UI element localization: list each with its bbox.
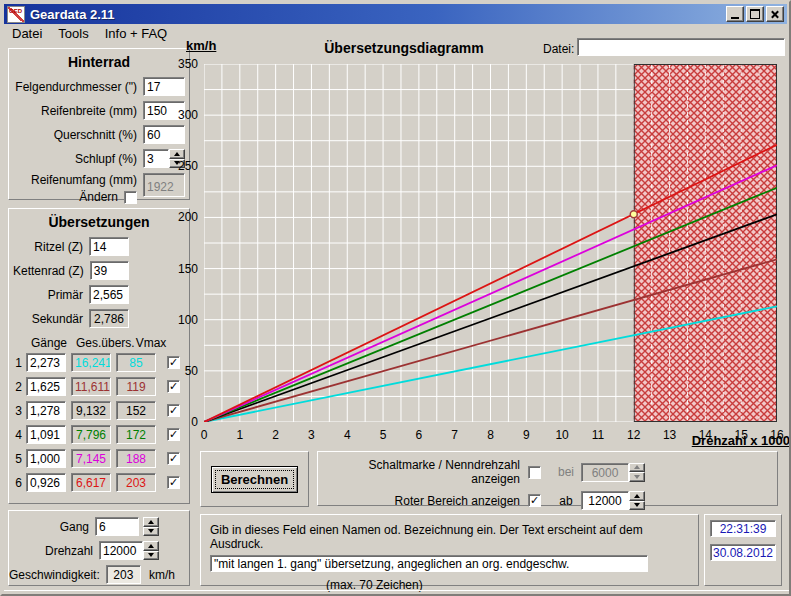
description-input[interactable]: "mit langen 1. gang" übersetzung, angegl… xyxy=(210,555,648,572)
querschnitt-label: Querschnitt (%) xyxy=(54,128,137,142)
gear-table-header: Gänge Ges.übers. Vmax xyxy=(13,336,185,350)
gear5-checkbox[interactable]: ✓ xyxy=(167,452,180,465)
gear2-vmax: 119 xyxy=(116,377,156,396)
description-panel: Gib in dieses Feld einen Namen od. Bezei… xyxy=(200,514,699,586)
x-tick-label: 5 xyxy=(371,428,395,442)
ritzel-input[interactable]: 14 xyxy=(89,237,129,256)
datei-input[interactable] xyxy=(577,38,785,56)
gear6-ratio-input[interactable]: 0,926 xyxy=(26,473,66,492)
kettenrad-input[interactable]: 39 xyxy=(90,261,129,280)
hinterrad-title: Hinterrad xyxy=(13,54,185,70)
gear-number: 6 xyxy=(13,476,22,490)
x-tick-label: 3 xyxy=(299,428,323,442)
gear2-ratio-input[interactable]: 1,625 xyxy=(26,377,66,396)
gear2-checkbox[interactable]: ✓ xyxy=(167,380,180,393)
gear-chart-plot xyxy=(204,64,777,422)
menu-datei[interactable]: Datei xyxy=(12,26,42,41)
ab-input[interactable]: 12000 xyxy=(581,491,629,510)
gear6-total-ratio: 6,617 xyxy=(71,473,111,492)
gang-label: Gang xyxy=(60,520,89,534)
spin-down-icon[interactable] xyxy=(143,551,159,561)
maximize-button[interactable] xyxy=(746,6,764,22)
x-tick-label: 2 xyxy=(264,428,288,442)
gear3-total-ratio: 9,132 xyxy=(71,401,111,420)
field-row: Schlupf (%) 3 xyxy=(13,149,185,168)
gesuebers-header: Ges.übers. xyxy=(76,336,128,350)
gear4-vmax: 172 xyxy=(116,425,156,444)
field-row: Geschwindigkeit: 203 km/h xyxy=(9,565,185,584)
geschwindigkeit-label: Geschwindigkeit: xyxy=(9,568,100,582)
gear1-ratio-input[interactable]: 2,273 xyxy=(26,353,66,372)
gang-input[interactable]: 6 xyxy=(95,517,139,536)
aendern-checkbox[interactable] xyxy=(124,191,137,204)
menu-tools[interactable]: Tools xyxy=(58,26,88,41)
spin-up-icon[interactable] xyxy=(143,517,159,527)
gear5-total-ratio: 7,145 xyxy=(71,449,111,468)
gaenge-header: Gänge xyxy=(27,336,71,350)
application-window: GED Geardata 2.11 Datei Tools Info + FAQ… xyxy=(0,0,791,596)
berechnen-button-label: Berechnen xyxy=(221,472,288,487)
close-icon xyxy=(771,10,779,19)
gear2-total-ratio: 11,611 xyxy=(71,377,111,396)
gear-row: 4 1,091 7,796 172 ✓ xyxy=(13,425,185,444)
x-tick-label: 11 xyxy=(586,428,610,442)
gear3-ratio-input[interactable]: 1,278 xyxy=(26,401,66,420)
drehzahl-input[interactable]: 12000 xyxy=(99,541,143,560)
gear6-vmax: 203 xyxy=(116,473,156,492)
date-display: 30.08.2012 xyxy=(710,544,776,561)
geschwindigkeit-unit: km/h xyxy=(149,568,175,582)
time-display: 22:31:39 xyxy=(710,520,776,537)
sekundaer-value: 2,786 xyxy=(89,309,129,328)
schlupf-input[interactable]: 3 xyxy=(143,149,169,168)
felgendurchmesser-input[interactable]: 17 xyxy=(143,77,185,96)
berechnen-button[interactable]: Berechnen xyxy=(211,466,298,493)
gear-row: 3 1,278 9,132 152 ✓ xyxy=(13,401,185,420)
gear4-checkbox[interactable]: ✓ xyxy=(167,428,180,441)
gear-number: 5 xyxy=(13,452,22,466)
gear-row: 2 1,625 11,611 119 ✓ xyxy=(13,377,185,396)
x-tick-label: 8 xyxy=(479,428,503,442)
spin-up-icon[interactable] xyxy=(169,149,185,159)
gang-spinner[interactable] xyxy=(143,517,159,536)
primaer-input[interactable]: 2,565 xyxy=(89,285,129,304)
description-instruction: Gib in dieses Feld einen Namen od. Bezei… xyxy=(210,523,698,551)
close-button[interactable] xyxy=(766,6,784,22)
minimize-button[interactable] xyxy=(726,6,744,22)
drehzahl-spinner[interactable] xyxy=(143,541,159,560)
field-row: Felgendurchmesser (") 17 xyxy=(13,77,185,96)
roter-bereich-label: Roter Bereich anzeigen xyxy=(318,494,520,508)
gear6-checkbox[interactable]: ✓ xyxy=(167,476,180,489)
x-tick-label: 10 xyxy=(550,428,574,442)
schaltmarke-row: Schaltmarke / Nenndrehzahl anzeigen bei … xyxy=(318,458,777,486)
gear4-ratio-input[interactable]: 1,091 xyxy=(26,425,66,444)
schaltmarke-label: Schaltmarke / Nenndrehzahl anzeigen xyxy=(318,458,520,486)
ab-label: ab xyxy=(553,494,579,508)
spin-down-icon[interactable] xyxy=(143,527,159,537)
gear5-ratio-input[interactable]: 1,000 xyxy=(26,449,66,468)
spin-up-icon xyxy=(629,463,645,473)
titlebar[interactable]: GED Geardata 2.11 xyxy=(4,4,787,24)
reifenbreite-label: Reifenbreite (mm) xyxy=(41,104,137,118)
schaltmarke-checkbox[interactable] xyxy=(528,466,541,479)
app-icon: GED xyxy=(7,6,25,23)
felgendurchmesser-label: Felgendurchmesser (") xyxy=(15,80,137,94)
reifenumfang-block: Reifenumfang (mm) Ändern 1922 xyxy=(13,173,185,204)
querschnitt-input[interactable]: 60 xyxy=(143,125,185,144)
bei-input: 6000 xyxy=(581,463,629,482)
sekundaer-label: Sekundär xyxy=(32,312,83,326)
datei-label: Datei: xyxy=(543,42,574,56)
aendern-label: Ändern xyxy=(79,190,118,204)
roter-bereich-checkbox[interactable]: ✓ xyxy=(528,494,541,507)
spin-up-icon[interactable] xyxy=(143,541,159,551)
roter-bereich-row: Roter Bereich anzeigen ✓ ab 12000 xyxy=(318,491,777,510)
gang-state-panel: Gang 6 Drehzahl 12000 Geschwindigkeit: 2… xyxy=(8,510,190,586)
x-tick-label: 1 xyxy=(228,428,252,442)
menu-info-faq[interactable]: Info + FAQ xyxy=(105,26,168,41)
spin-down-icon[interactable] xyxy=(629,501,645,511)
y-tick-label: 150 xyxy=(170,262,198,276)
ab-spinner[interactable] xyxy=(629,491,645,510)
field-row: Ritzel (Z) 14 xyxy=(13,237,185,256)
y-tick-label: 100 xyxy=(170,313,198,327)
spin-up-icon[interactable] xyxy=(629,491,645,501)
field-row: Querschnitt (%) 60 xyxy=(13,125,185,144)
